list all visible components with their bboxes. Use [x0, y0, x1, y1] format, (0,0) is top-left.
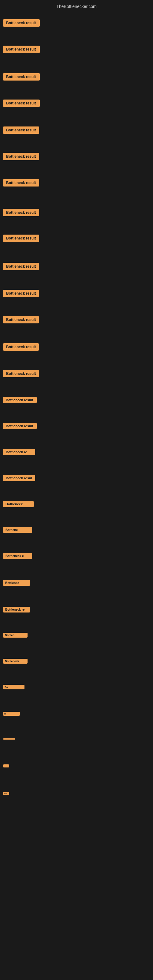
list-item: Bottleneck result	[0, 44, 43, 55]
bottleneck-badge: Bo	[3, 685, 24, 689]
site-title: TheBottlenecker.com	[0, 2, 153, 11]
list-item: Bott	[0, 790, 12, 797]
bottleneck-badge: Bottleneck result	[3, 235, 39, 242]
list-item: Bottleneck result	[0, 342, 42, 353]
bottleneck-badge: Bottleneck result	[3, 263, 39, 270]
list-item: Bottlenec	[0, 578, 33, 588]
list-item: Bottlen	[0, 631, 30, 640]
list-item: I	[0, 762, 12, 769]
bottleneck-badge: Bottlene	[3, 527, 32, 533]
bottleneck-badge: Bottleneck result	[3, 209, 39, 216]
bottleneck-badge: Bottlen	[3, 633, 27, 638]
list-item: Bottleneck result	[0, 18, 43, 29]
list-item: Bottleneck result	[0, 125, 42, 136]
list-item: Bottlene	[0, 525, 35, 535]
list-item: Bottleneck result	[0, 177, 42, 188]
list-item: Bottleneck result	[0, 395, 40, 405]
list-item: Bottleneck resul	[0, 473, 38, 483]
list-item: Bottleneck result	[0, 368, 42, 379]
list-item: Bottleneck re	[0, 447, 38, 457]
bottleneck-badge: Bottleneck resul	[3, 475, 35, 481]
bottleneck-badge: Bottleneck result	[3, 397, 37, 403]
bottleneck-badge: Bottleneck re	[3, 449, 35, 455]
bottleneck-badge: Bottleneck result	[3, 316, 39, 323]
bottleneck-badge: Bottleneck e	[3, 553, 32, 559]
list-item: Bottleneck result	[0, 288, 42, 299]
bottleneck-badge: Bottleneck	[3, 659, 27, 663]
bottleneck-badge: Bottleneck result	[3, 126, 39, 134]
bottleneck-badge: Bottleneck re	[3, 607, 30, 612]
list-item: Bottleneck result	[0, 314, 42, 325]
list-item	[0, 737, 18, 741]
bottleneck-badge: Bottleneck result	[3, 370, 39, 377]
bottleneck-badge: I	[3, 764, 9, 767]
list-item: Bottleneck result	[0, 151, 42, 162]
bottleneck-badge: Bott	[3, 792, 9, 795]
list-item: Bottleneck result	[0, 207, 42, 218]
bottleneck-badge: Bottleneck result	[3, 423, 37, 429]
list-item: Bottleneck e	[0, 551, 35, 561]
bottleneck-badge: Bottleneck result	[3, 179, 39, 186]
list-item: Bottleneck result	[0, 98, 43, 109]
bottleneck-badge: Bottleneck result	[3, 73, 40, 81]
list-item: Bottleneck	[0, 657, 30, 665]
page-container: TheBottlenecker.com Bottleneck resultBot…	[0, 0, 153, 980]
bottleneck-badge: Bottleneck result	[3, 100, 40, 107]
bottleneck-badge: Bottleneck result	[3, 46, 40, 53]
bottleneck-badge: Bottleneck result	[3, 290, 39, 297]
list-item: Bottleneck result	[0, 261, 42, 272]
list-item: Bo	[0, 683, 27, 691]
list-item: Bottleneck	[0, 499, 37, 509]
list-item: Bottleneck result	[0, 421, 40, 431]
list-item: Bottleneck result	[0, 72, 43, 83]
bottleneck-badge: B	[3, 712, 20, 716]
bottleneck-badge: Bottleneck result	[3, 153, 39, 160]
bottleneck-badge: Bottlenec	[3, 580, 30, 586]
bottleneck-badge: Bottleneck result	[3, 343, 39, 351]
list-item: Bottleneck result	[0, 233, 42, 244]
bottleneck-badge	[3, 738, 15, 740]
list-item: Bottleneck re	[0, 605, 33, 614]
bottleneck-badge: Bottleneck	[3, 501, 33, 507]
bottleneck-badge: Bottleneck result	[3, 19, 40, 27]
list-item: B	[0, 710, 23, 718]
